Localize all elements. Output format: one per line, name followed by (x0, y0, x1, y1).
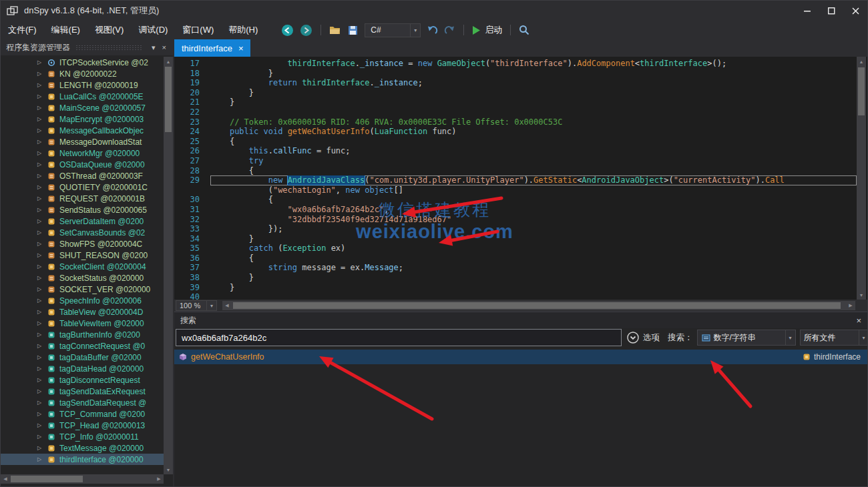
tree-item-TableView[interactable]: ▷TableView @0200004D (1, 306, 164, 318)
expander-icon[interactable]: ▷ (37, 264, 47, 270)
scroll-down-icon[interactable]: ▼ (164, 465, 173, 474)
expander-icon[interactable]: ▷ (37, 184, 47, 190)
panel-close-icon[interactable]: × (159, 43, 170, 51)
tree-item-OSThread[interactable]: ▷OSThread @0200003F (1, 170, 164, 181)
tree-item-SHUT_REASON[interactable]: ▷SHUT_REASON @0200 (1, 250, 164, 261)
expander-icon[interactable]: ▷ (37, 71, 47, 77)
expander-icon[interactable]: ▷ (37, 59, 47, 65)
expander-icon[interactable]: ▷ (37, 411, 47, 417)
search-input[interactable] (176, 329, 622, 346)
expander-icon[interactable]: ▷ (37, 422, 47, 428)
expander-icon[interactable]: ▷ (37, 434, 47, 440)
zoom-combobox[interactable]: 100 % ▾ (176, 300, 217, 311)
maximize-button[interactable] (819, 1, 843, 21)
expander-icon[interactable]: ▷ (37, 388, 47, 394)
tab-thirdinterface[interactable]: thirdInterface × (174, 39, 250, 57)
expander-icon[interactable]: ▷ (37, 241, 47, 247)
scroll-down-icon[interactable]: ▼ (857, 290, 866, 300)
menu-view[interactable]: 视图(V) (87, 21, 131, 39)
tree-item-tagSendDataRequest[interactable]: ▷tagSendDataRequest @ (1, 397, 164, 408)
editor-horizontal-scrollbar[interactable]: ◀ ▶ (222, 301, 855, 310)
scroll-right-icon[interactable]: ▶ (154, 474, 164, 484)
menu-edit[interactable]: 编辑(E) (44, 21, 87, 39)
expander-icon[interactable]: ▷ (37, 82, 47, 88)
tree-item-TCP_Info[interactable]: ▷TCP_Info @02000011 (1, 431, 164, 442)
expander-icon[interactable]: ▷ (37, 343, 47, 349)
menu-file[interactable]: 文件(F) (1, 21, 44, 39)
tree-item-tagDisconnectRequest[interactable]: ▷tagDisconnectRequest (1, 374, 164, 386)
tree-item-MapEncrypt[interactable]: ▷MapEncrypt @0200003 (1, 113, 164, 125)
expander-icon[interactable]: ▷ (37, 332, 47, 338)
search-panel-close-icon[interactable]: × (856, 316, 861, 326)
tree-item-QUOTIETY[interactable]: ▷QUOTIETY @0200001C (1, 181, 164, 193)
menu-window[interactable]: 窗口(W) (175, 21, 221, 39)
tree-item-TCP_Command[interactable]: ▷TCP_Command @0200 (1, 408, 164, 420)
save-all-button[interactable] (347, 25, 359, 35)
open-file-button[interactable] (329, 25, 341, 35)
expander-icon[interactable]: ▷ (37, 161, 47, 167)
options-label[interactable]: 选项 (643, 332, 660, 344)
expander-icon[interactable]: ▷ (37, 456, 47, 462)
menu-help[interactable]: 帮助(H) (221, 21, 265, 39)
editor-hscroll-thumb[interactable] (233, 302, 841, 309)
tree-item-REQUEST[interactable]: ▷REQUEST @0200001B (1, 193, 164, 204)
expander-icon[interactable]: ▷ (37, 127, 47, 133)
panel-drag-grip[interactable] (75, 45, 143, 51)
minimize-button[interactable] (795, 1, 819, 21)
tree-item-TableViewItem[interactable]: ▷TableViewItem @02000 (1, 318, 164, 329)
scroll-up-icon[interactable]: ▲ (857, 57, 866, 66)
tree-item-SOCKET_VER[interactable]: ▷SOCKET_VER @020000 (1, 284, 164, 295)
tree-item-SocketClient[interactable]: ▷SocketClient @0200004 (1, 261, 164, 272)
sidebar-vertical-scrollbar[interactable]: ▲ ▼ (164, 57, 173, 474)
code-editor[interactable]: 17 thirdInterface._instance = new GameOb… (174, 57, 867, 300)
expander-icon[interactable]: ▷ (37, 116, 47, 122)
sidebar-vscroll-thumb[interactable] (165, 67, 172, 132)
sidebar-horizontal-scrollbar[interactable]: ◀ ▶ (1, 474, 164, 484)
undo-button[interactable] (427, 25, 438, 35)
file-filter-combobox[interactable]: 所有文件 ▾ (800, 330, 868, 346)
expander-icon[interactable]: ▷ (37, 309, 47, 315)
search-type-combobox[interactable]: 数字/字符串 ▾ (697, 330, 796, 346)
tree-item-LENGTH[interactable]: ▷LENGTH @02000019 (1, 79, 164, 91)
expander-icon[interactable]: ▷ (37, 298, 47, 304)
expander-icon[interactable]: ▷ (37, 445, 47, 451)
editor-vscroll-thumb[interactable] (858, 67, 865, 115)
scroll-left-icon[interactable]: ◀ (1, 474, 10, 484)
expander-icon[interactable]: ▷ (37, 320, 47, 326)
tree-item-SocketStatus[interactable]: ▷SocketStatus @020000 (1, 272, 164, 284)
expander-icon[interactable]: ▷ (37, 252, 47, 258)
expander-icon[interactable]: ▷ (37, 105, 47, 111)
tree-item-tagBurthenInfo[interactable]: ▷tagBurthenInfo @0200 (1, 329, 164, 340)
tree-item-tagDataBuffer[interactable]: ▷tagDataBuffer @02000 (1, 352, 164, 363)
assembly-tree[interactable]: ▷ITCPSocketService @02▷KN @02000022▷LENG… (1, 57, 164, 474)
expander-icon[interactable]: ▷ (37, 286, 47, 292)
search-result-row[interactable]: getWeChatUserInfo thirdInterface (174, 350, 867, 364)
expander-icon[interactable]: ▷ (37, 275, 47, 281)
start-debug-button[interactable]: 启动 (472, 24, 502, 36)
tree-item-SendStatus[interactable]: ▷SendStatus @02000065 (1, 204, 164, 215)
tree-item-LuaCallCs[interactable]: ▷LuaCallCs @0200005E (1, 91, 164, 102)
expander-icon[interactable]: ▷ (37, 150, 47, 156)
scroll-left-icon[interactable]: ◀ (222, 301, 232, 310)
expander-icon[interactable]: ▷ (37, 139, 47, 145)
sidebar-hscroll-thumb[interactable] (11, 476, 83, 482)
tree-item-MessageDownloadStat[interactable]: ▷MessageDownloadStat (1, 136, 164, 147)
menu-debug[interactable]: 调试(D) (131, 21, 175, 39)
expander-icon[interactable]: ▷ (37, 377, 47, 383)
search-assemblies-icon[interactable] (519, 25, 529, 35)
expander-icon[interactable]: ▷ (37, 93, 47, 99)
tree-item-MessageCallbackObjec[interactable]: ▷MessageCallbackObjec (1, 125, 164, 136)
tab-close-icon[interactable]: × (238, 43, 244, 53)
tree-item-MainScene[interactable]: ▷MainScene @02000057 (1, 102, 164, 113)
tree-item-SetCanvasBounds[interactable]: ▷SetCanvasBounds @02 (1, 227, 164, 238)
scroll-right-icon[interactable]: ▶ (846, 301, 855, 310)
close-button[interactable] (843, 1, 867, 21)
tree-item-KN[interactable]: ▷KN @02000022 (1, 68, 164, 79)
expander-icon[interactable]: ▷ (37, 207, 47, 213)
tree-item-OSDataQueue[interactable]: ▷OSDataQueue @02000 (1, 159, 164, 170)
expander-icon[interactable]: ▷ (37, 229, 47, 235)
editor-vertical-scrollbar[interactable]: ▲ ▼ (857, 57, 866, 300)
expander-icon[interactable]: ▷ (37, 354, 47, 360)
tree-item-thirdInterface[interactable]: ▷thirdInterface @020000 (1, 454, 164, 465)
navigate-forward-button[interactable] (300, 24, 312, 37)
